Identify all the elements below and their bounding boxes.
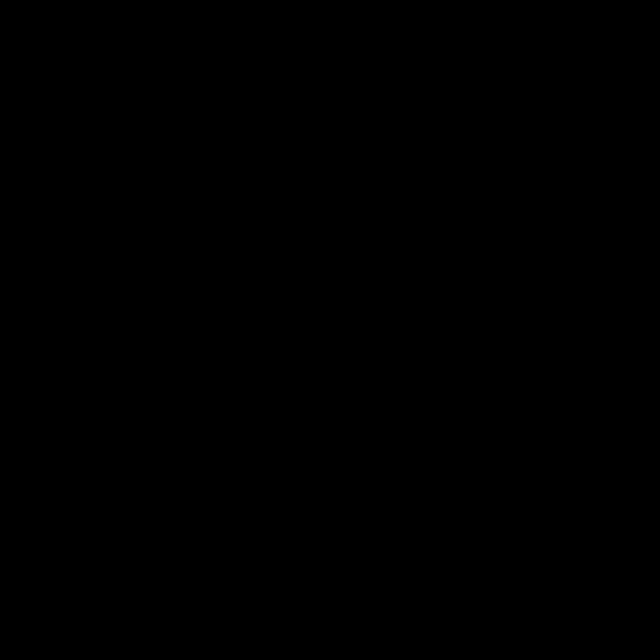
chart-frame bbox=[0, 0, 644, 644]
bottleneck-curve-chart bbox=[0, 0, 242, 121]
